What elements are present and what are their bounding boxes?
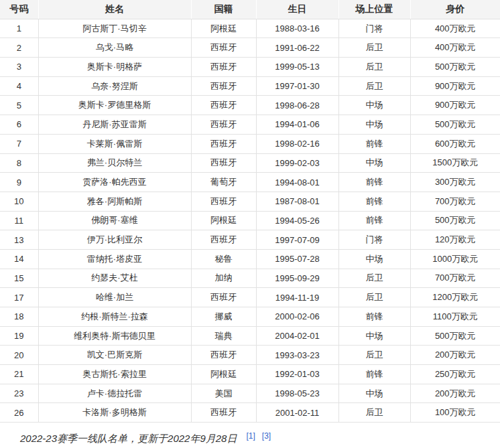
reference-link-3[interactable]: [3] (262, 431, 271, 441)
table-cell: 后卫 (338, 403, 410, 423)
table-cell: 1000万欧元 (410, 249, 500, 269)
squad-table-header: 号码 姓名 国籍 生日 场上位置 身价 (0, 0, 500, 19)
table-cell: 21 (0, 365, 38, 384)
table-cell: 8 (0, 153, 38, 173)
table-cell: 9 (0, 173, 38, 192)
table-cell: 1994-05-26 (256, 211, 338, 230)
table-cell: 阿根廷 (191, 365, 256, 384)
table-cell: 700万欧元 (410, 192, 500, 211)
table-cell: 贡萨洛·帕先西亚 (38, 173, 191, 192)
table-cell: 前锋 (338, 173, 410, 192)
table-cell: 中场 (338, 384, 410, 403)
table-cell: 700万欧元 (410, 269, 500, 288)
table-row: 17哈维·加兰西班牙1994-11-19后卫1200万欧元 (0, 288, 500, 307)
table-cell: 西班牙 (191, 403, 256, 423)
table-cell: 20 (0, 346, 38, 365)
table-cell: 13 (0, 230, 38, 250)
table-cell: 2000-02-06 (256, 307, 338, 327)
table-cell: 1995-07-28 (256, 249, 338, 269)
table-cell: 1998-06-28 (256, 96, 338, 115)
table-cell: 200万欧元 (410, 384, 500, 403)
table-cell: 1988-03-16 (256, 19, 338, 38)
table-cell: 400万欧元 (410, 19, 500, 38)
table-cell: 后卫 (338, 269, 410, 288)
table-cell: 西班牙 (191, 115, 256, 135)
table-cell: 乌奈·努涅斯 (38, 76, 191, 96)
table-row: 3奥斯卡·明格萨西班牙1999-05-13后卫500万欧元 (0, 58, 500, 77)
table-cell: 1997-07-09 (256, 230, 338, 250)
table-cell: 西班牙 (191, 288, 256, 307)
table-cell: 26 (0, 403, 38, 423)
table-cell: 奥古斯托·索拉里 (38, 365, 191, 384)
table-cell: 前锋 (338, 192, 410, 211)
table-cell: 500万欧元 (410, 211, 500, 230)
table-cell: 弗兰·贝尔特兰 (38, 153, 191, 173)
table-row: 20凯文·巴斯克斯西班牙1993-03-23后卫200万欧元 (0, 346, 500, 365)
table-cell: 120万欧元 (410, 230, 500, 250)
table-row: 7卡莱斯·佩雷斯西班牙1998-02-16前锋600万欧元 (0, 134, 500, 153)
table-cell: 前锋 (338, 365, 410, 384)
table-cell: 后卫 (338, 38, 410, 58)
table-cell: 西班牙 (191, 76, 256, 96)
table-cell: 西班牙 (191, 230, 256, 250)
table-row: 4乌奈·努涅斯西班牙1997-01-30后卫900万欧元 (0, 76, 500, 96)
table-cell: 阿根廷 (191, 211, 256, 230)
squad-table: 号码 姓名 国籍 生日 场上位置 身价 1阿古斯丁·马切辛阿根廷1988-03-… (0, 0, 500, 423)
table-cell: 奥斯卡·罗德里格斯 (38, 96, 191, 115)
table-cell: 6 (0, 115, 38, 135)
table-cell: 西班牙 (191, 153, 256, 173)
table-row: 19维利奥特·斯韦德贝里瑞典2004-02-01中场500万欧元 (0, 326, 500, 346)
table-cell: 400万欧元 (410, 38, 500, 58)
column-header-birthday: 生日 (256, 0, 338, 19)
table-cell: 西班牙 (191, 134, 256, 153)
table-cell: 23 (0, 384, 38, 403)
column-header-position: 场上位置 (338, 0, 410, 19)
table-cell: 后卫 (338, 288, 410, 307)
table-cell: 约瑟夫·艾杜 (38, 269, 191, 288)
table-cell: 500万欧元 (410, 115, 500, 135)
table-row: 21奥古斯托·索拉里阿根廷1992-01-03前锋250万欧元 (0, 365, 500, 384)
table-cell: 1994-01-06 (256, 115, 338, 135)
table-cell: 4 (0, 76, 38, 96)
table-cell: 250万欧元 (410, 365, 500, 384)
table-row: 15约瑟夫·艾杜加纳1995-09-29后卫700万欧元 (0, 269, 500, 288)
table-row: 11佛朗哥·塞维阿根廷1994-05-26前锋500万欧元 (0, 211, 500, 230)
table-cell: 前锋 (338, 211, 410, 230)
table-cell: 1500万欧元 (410, 153, 500, 173)
table-cell: 门将 (338, 19, 410, 38)
reference-link-1[interactable]: [1] (246, 431, 255, 441)
table-cell: 中场 (338, 96, 410, 115)
table-row: 13伊万·比利亚尔西班牙1997-07-09门将120万欧元 (0, 230, 500, 250)
table-cell: 佛朗哥·塞维 (38, 211, 191, 230)
table-cell: 14 (0, 249, 38, 269)
table-row: 8弗兰·贝尔特兰西班牙1999-02-03中场1500万欧元 (0, 153, 500, 173)
table-cell: 17 (0, 288, 38, 307)
table-cell: 1999-05-13 (256, 58, 338, 77)
table-cell: 5 (0, 96, 38, 115)
table-cell: 美国 (191, 384, 256, 403)
table-cell: 前锋 (338, 134, 410, 153)
table-cell: 阿根廷 (191, 19, 256, 38)
table-cell: 1994-11-19 (256, 288, 338, 307)
squad-table-body: 1阿古斯丁·马切辛阿根廷1988-03-16门将400万欧元2乌戈·马略西班牙1… (0, 19, 500, 422)
table-row: 10雅各·阿斯帕斯西班牙1987-08-01前锋700万欧元 (0, 192, 500, 211)
table-cell: 伊万·比利亚尔 (38, 230, 191, 250)
table-caption: 2022-23赛季一线队名单，更新于2022年9月28日 (20, 433, 237, 444)
table-cell: 后卫 (338, 346, 410, 365)
table-cell: 1100万欧元 (410, 307, 500, 327)
table-cell: 前锋 (338, 307, 410, 327)
table-cell: 1997-01-30 (256, 76, 338, 96)
table-cell: 1987-08-01 (256, 192, 338, 211)
table-cell: 维利奥特·斯韦德贝里 (38, 326, 191, 346)
table-row: 5奥斯卡·罗德里格斯西班牙1998-06-28中场900万欧元 (0, 96, 500, 115)
table-cell: 后卫 (338, 76, 410, 96)
table-row: 9贡萨洛·帕先西亚葡萄牙1994-08-01前锋300万欧元 (0, 173, 500, 192)
table-cell: 1200万欧元 (410, 288, 500, 307)
table-cell: 乌戈·马略 (38, 38, 191, 58)
table-row: 2乌戈·马略西班牙1991-06-22后卫400万欧元 (0, 38, 500, 58)
table-cell: 中场 (338, 115, 410, 135)
table-cell: 7 (0, 134, 38, 153)
table-cell: 1998-05-23 (256, 384, 338, 403)
table-cell: 10 (0, 192, 38, 211)
table-cell: 加纳 (191, 269, 256, 288)
